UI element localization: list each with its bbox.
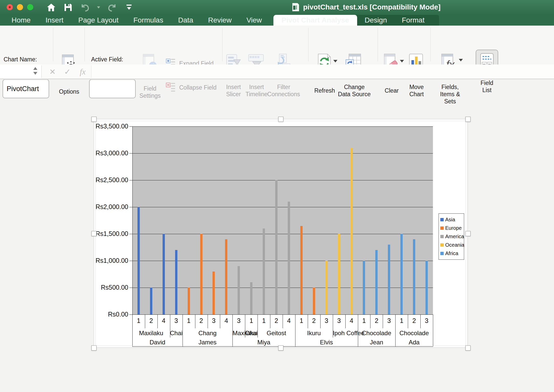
product-label: Ipoh Coffee bbox=[333, 330, 358, 337]
options-button[interactable]: Options bbox=[57, 88, 81, 95]
undo-menu-caret-icon[interactable] bbox=[97, 2, 100, 13]
legend-swatch bbox=[440, 218, 444, 221]
toolbar-overflow-icon[interactable] bbox=[124, 2, 134, 13]
quarter-label: 4 bbox=[283, 317, 295, 324]
legend-label: Asia bbox=[445, 217, 455, 223]
clear-button[interactable]: Clear bbox=[382, 87, 401, 94]
legend-entry: Europe bbox=[440, 224, 462, 232]
bar bbox=[350, 148, 353, 314]
y-axis-tick bbox=[129, 180, 132, 180]
person-label: Miya bbox=[232, 339, 295, 346]
bar bbox=[150, 288, 152, 314]
y-axis-label: Rs1,500.00 bbox=[94, 230, 128, 237]
tab-pivot-chart-analyse[interactable]: Pivot Chart Analyse bbox=[273, 15, 357, 26]
y-axis-tick bbox=[129, 314, 132, 315]
y-axis-tick bbox=[129, 234, 132, 234]
excel-window: pivotChart_test.xls [Compatibility Mode]… bbox=[0, 0, 554, 392]
product-label: Chai bbox=[245, 330, 258, 337]
legend-label: Africa bbox=[445, 251, 458, 256]
bar bbox=[388, 245, 390, 314]
field-settings-button: Field Settings bbox=[138, 85, 162, 99]
tab-insert[interactable]: Insert bbox=[38, 15, 71, 26]
move-chart-button[interactable]: Move Chart bbox=[407, 83, 426, 98]
gridline bbox=[132, 234, 433, 234]
name-box-stepper[interactable] bbox=[33, 67, 37, 75]
product-label: Chang bbox=[183, 330, 233, 337]
bar bbox=[212, 271, 215, 314]
bar bbox=[363, 261, 365, 314]
tab-design[interactable]: Design bbox=[357, 15, 394, 26]
save-icon[interactable] bbox=[63, 2, 73, 13]
formula-input[interactable] bbox=[92, 64, 554, 79]
chart-resize-handle-top-center[interactable] bbox=[278, 117, 283, 122]
gridline bbox=[132, 153, 433, 154]
bar bbox=[338, 234, 340, 314]
change-data-source-button[interactable]: Change Data Source bbox=[337, 83, 371, 98]
y-axis-tick bbox=[129, 261, 132, 261]
legend-swatch bbox=[440, 243, 444, 247]
chart-resize-handle-mid-left[interactable] bbox=[91, 231, 97, 236]
quarter-label: 3 bbox=[420, 317, 433, 324]
minimize-window-button[interactable] bbox=[17, 4, 23, 10]
legend-entry: Oceania bbox=[440, 241, 462, 249]
formula-bar: ✕ ✓ fx bbox=[0, 64, 554, 79]
document-title: pivotChart_test.xls [Compatibility Mode] bbox=[303, 3, 441, 11]
axis-table-right-line bbox=[433, 314, 433, 346]
refresh-menu-caret-icon[interactable] bbox=[333, 60, 337, 62]
insert-slicer-button: Insert Slicer bbox=[222, 83, 245, 98]
fields-items-sets-button[interactable]: Fields, Items & Sets bbox=[434, 83, 466, 105]
quarter-label: 1 bbox=[245, 317, 258, 324]
chart-resize-handle-bottom-center[interactable] bbox=[278, 345, 283, 351]
legend-label: Oceania bbox=[445, 242, 464, 248]
quarter-label: 3 bbox=[208, 317, 220, 324]
titlebar: pivotChart_test.xls [Compatibility Mode] bbox=[0, 0, 554, 15]
zoom-window-button[interactable] bbox=[27, 4, 33, 10]
active-field-label: Active Field: bbox=[91, 56, 123, 63]
active-field-input[interactable] bbox=[89, 79, 136, 98]
pivot-chart-plot: Rs3,500.00Rs3,000.00Rs2,500.00Rs2,000.00… bbox=[94, 119, 467, 347]
tab-data[interactable]: Data bbox=[171, 15, 201, 26]
tab-view[interactable]: View bbox=[239, 15, 269, 26]
insert-timeline-button: Insert Timeline bbox=[244, 83, 269, 98]
y-axis-label: Rs3,000.00 bbox=[94, 149, 128, 157]
bar bbox=[137, 207, 140, 314]
tab-home[interactable]: Home bbox=[4, 15, 38, 26]
chart-resize-handle-top-left[interactable] bbox=[91, 117, 97, 122]
close-window-button[interactable] bbox=[7, 4, 13, 10]
cancel-icon[interactable]: ✕ bbox=[47, 64, 58, 79]
y-axis-label: Rs500.00 bbox=[94, 284, 128, 291]
bar bbox=[188, 288, 190, 314]
redo-icon[interactable] bbox=[107, 2, 117, 13]
product-label: Chocolade bbox=[395, 330, 433, 337]
pivot-chart-area[interactable]: Rs3,500.00Rs3,000.00Rs2,500.00Rs2,000.00… bbox=[94, 119, 468, 348]
insert-function-icon[interactable]: fx bbox=[77, 64, 89, 79]
chart-name-input[interactable] bbox=[3, 79, 49, 98]
refresh-button[interactable]: Refresh bbox=[313, 87, 336, 94]
tab-formulas[interactable]: Formulas bbox=[126, 15, 171, 26]
bar bbox=[400, 234, 403, 314]
enter-check-icon[interactable]: ✓ bbox=[61, 64, 73, 79]
y-axis-label: Rs1,000.00 bbox=[94, 257, 128, 264]
tab-format[interactable]: Format bbox=[395, 15, 432, 26]
product-label: Geitost bbox=[258, 330, 295, 337]
filter-connections-button: Filter Connections bbox=[266, 83, 301, 98]
person-label: Elvis bbox=[295, 339, 358, 346]
product-label: Chocolade bbox=[358, 330, 396, 337]
chart-resize-handle-top-right[interactable] bbox=[465, 117, 471, 122]
chart-resize-handle-bottom-left[interactable] bbox=[91, 345, 97, 351]
fields-items-sets-caret-icon[interactable] bbox=[459, 59, 463, 61]
person-label: Jean bbox=[358, 339, 396, 346]
pivotchart-contextual-tab-group: Pivot Chart Analyse Design Format bbox=[273, 15, 439, 26]
quarter-label: 1 bbox=[183, 317, 195, 324]
chart-resize-handle-bottom-right[interactable] bbox=[465, 345, 471, 351]
collapse-field-button: Collapse Field bbox=[179, 84, 217, 91]
home-icon[interactable] bbox=[46, 2, 56, 13]
tab-page-layout[interactable]: Page Layout bbox=[71, 15, 126, 26]
quarter-label: 2 bbox=[370, 317, 383, 324]
chart-resize-handle-mid-right[interactable] bbox=[465, 231, 471, 236]
ribbon-tabs: Home Insert Page Layout Formulas Data Re… bbox=[0, 15, 554, 26]
y-axis-tick bbox=[129, 153, 132, 154]
undo-icon[interactable] bbox=[80, 2, 90, 13]
clear-menu-caret-icon[interactable] bbox=[400, 60, 404, 62]
tab-review[interactable]: Review bbox=[201, 15, 239, 26]
